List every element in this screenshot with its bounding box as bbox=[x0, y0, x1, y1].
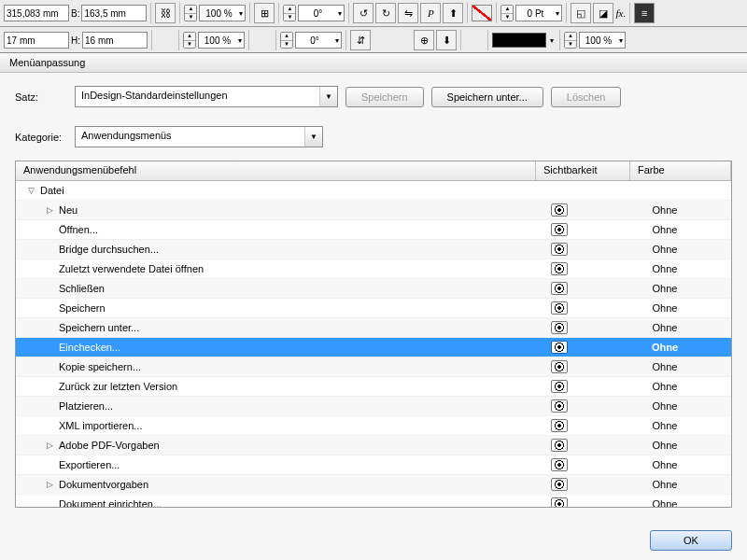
col-color[interactable]: Farbe bbox=[630, 161, 731, 180]
row-label: Zurück zur letzten Version bbox=[59, 381, 177, 392]
opacity-field[interactable]: 100 % bbox=[580, 35, 617, 46]
row-color[interactable]: Ohne bbox=[599, 440, 731, 451]
row-label: Schließen bbox=[59, 283, 105, 294]
row-color[interactable]: Ohne bbox=[599, 459, 731, 470]
visibility-eye-icon[interactable] bbox=[551, 497, 568, 508]
visibility-eye-icon[interactable] bbox=[551, 360, 568, 373]
link-wh-icon[interactable]: ⛓ bbox=[155, 3, 176, 23]
scale-y-field[interactable]: 100 % bbox=[199, 35, 236, 46]
ok-button[interactable]: OK bbox=[650, 530, 732, 551]
rotate-ccw-icon[interactable]: ↺ bbox=[353, 3, 374, 23]
table-row[interactable]: Exportieren...Ohne bbox=[16, 455, 731, 475]
delete-button[interactable]: Löschen bbox=[551, 87, 622, 107]
visibility-eye-icon[interactable] bbox=[551, 439, 568, 452]
stroke-style-field[interactable] bbox=[492, 33, 546, 48]
category-combo[interactable]: Anwendungsmenüs ▼ bbox=[75, 126, 323, 147]
row-color[interactable]: Ohne bbox=[599, 322, 731, 333]
visibility-eye-icon[interactable] bbox=[551, 243, 568, 256]
scale-x-field[interactable]: 100 % bbox=[200, 8, 237, 19]
flip-h-icon[interactable]: ⇋ bbox=[398, 3, 418, 23]
scale-x-stepper[interactable]: ▲▼ bbox=[184, 5, 197, 21]
row-color[interactable]: Ohne bbox=[599, 342, 731, 353]
row-color[interactable]: Ohne bbox=[599, 244, 731, 255]
stroke-none-icon[interactable] bbox=[472, 5, 492, 21]
table-row[interactable]: ▷NeuOhne bbox=[16, 201, 731, 220]
visibility-eye-icon[interactable] bbox=[551, 478, 568, 491]
table-row[interactable]: SchließenOhne bbox=[16, 279, 731, 299]
effects-icon[interactable]: ◱ bbox=[571, 3, 591, 23]
rotate-field[interactable]: 0° bbox=[299, 8, 336, 19]
constrain-icon[interactable]: ⊞ bbox=[254, 3, 275, 23]
row-color[interactable]: Ohne bbox=[599, 400, 731, 412]
align-bottom-icon[interactable]: ⬇ bbox=[436, 30, 457, 50]
y-field[interactable] bbox=[4, 32, 69, 49]
row-label: Exportieren... bbox=[59, 459, 120, 470]
visibility-eye-icon[interactable] bbox=[551, 282, 568, 295]
visibility-eye-icon[interactable] bbox=[551, 380, 568, 393]
flip-v-icon[interactable]: ⇵ bbox=[350, 30, 371, 50]
row-color[interactable]: Ohne bbox=[599, 420, 731, 431]
save-as-button[interactable]: Speichern unter... bbox=[431, 87, 543, 107]
table-row[interactable]: Bridge durchsuchen...Ohne bbox=[16, 240, 731, 259]
row-color[interactable]: Ohne bbox=[599, 224, 731, 235]
table-row[interactable]: SpeichernOhne bbox=[16, 299, 731, 318]
visibility-eye-icon[interactable] bbox=[551, 419, 568, 432]
menu-customization-dialog: Menüanpassung Satz: InDesign-Standardein… bbox=[0, 52, 747, 560]
visibility-eye-icon[interactable] bbox=[551, 321, 568, 334]
row-color[interactable]: Ohne bbox=[599, 479, 731, 490]
save-button[interactable]: Speichern bbox=[345, 87, 424, 107]
visibility-eye-icon[interactable] bbox=[551, 458, 568, 471]
stroke-weight-field[interactable]: 0 Pt bbox=[516, 8, 554, 19]
stroke-weight-stepper[interactable]: ▲▼ bbox=[500, 5, 514, 21]
table-row[interactable]: Zurück zur letzten VersionOhne bbox=[16, 377, 731, 397]
disclosure-icon[interactable]: ▽ bbox=[25, 186, 36, 195]
table-header: Anwendungsmenübefehl Sichtbarkeit Farbe bbox=[16, 161, 731, 181]
rotate-cw-icon[interactable]: ↻ bbox=[375, 3, 396, 23]
panel-menu-icon[interactable]: ≡ bbox=[634, 3, 655, 23]
table-row[interactable]: Dokument einrichten...Ohne bbox=[16, 495, 731, 508]
row-color[interactable]: Ohne bbox=[599, 283, 731, 294]
fx-icon[interactable]: fx. bbox=[615, 7, 626, 19]
shear-stepper[interactable]: ▲▼ bbox=[280, 32, 293, 49]
table-row[interactable]: Speichern unter...Ohne bbox=[16, 318, 731, 338]
visibility-eye-icon[interactable] bbox=[551, 203, 568, 217]
align-center-icon[interactable]: ⊕ bbox=[414, 30, 434, 50]
row-color[interactable]: Ohne bbox=[599, 381, 731, 392]
h-field[interactable] bbox=[82, 32, 148, 49]
visibility-eye-icon[interactable] bbox=[551, 262, 568, 275]
scale-y-stepper[interactable]: ▲▼ bbox=[183, 32, 196, 49]
row-color[interactable]: Ohne bbox=[599, 498, 731, 508]
table-row[interactable]: XML importieren...Ohne bbox=[16, 416, 731, 436]
control-panel-row-2: H: ▲▼ 100 %▾ ▲▼ 0°▾ ⇵ ⊕ ⬇ ▾ ▲▼ 100 %▾ bbox=[0, 27, 747, 54]
x-field[interactable] bbox=[4, 5, 69, 21]
opacity-stepper[interactable]: ▲▼ bbox=[564, 32, 577, 49]
row-color[interactable]: Ohne bbox=[599, 204, 731, 216]
table-row[interactable]: Öffnen...Ohne bbox=[16, 220, 731, 240]
visibility-eye-icon[interactable] bbox=[551, 223, 568, 236]
disclosure-icon[interactable]: ▷ bbox=[44, 205, 55, 215]
col-command[interactable]: Anwendungsmenübefehl bbox=[16, 161, 536, 180]
disclosure-icon[interactable]: ▷ bbox=[44, 480, 55, 489]
visibility-eye-icon[interactable] bbox=[551, 301, 568, 315]
visibility-eye-icon[interactable] bbox=[551, 341, 568, 354]
drop-shadow-icon[interactable]: ◪ bbox=[593, 3, 613, 23]
paragraph-icon[interactable]: P bbox=[420, 3, 441, 23]
shear-field[interactable]: 0° bbox=[296, 35, 333, 46]
disclosure-icon[interactable]: ▷ bbox=[44, 441, 55, 450]
table-row[interactable]: Platzieren...Ohne bbox=[16, 397, 731, 416]
table-row[interactable]: Kopie speichern...Ohne bbox=[16, 357, 731, 377]
set-combo[interactable]: InDesign-Standardeinstellungen ▼ bbox=[75, 86, 338, 107]
table-row[interactable]: ▷DokumentvorgabenOhne bbox=[16, 475, 731, 495]
table-row[interactable]: Zuletzt verwendete Datei öffnenOhne bbox=[16, 259, 731, 279]
rotate-stepper[interactable]: ▲▼ bbox=[283, 5, 296, 21]
row-color[interactable]: Ohne bbox=[599, 302, 731, 314]
align-top-icon[interactable]: ⬆ bbox=[443, 3, 463, 23]
row-color[interactable]: Ohne bbox=[599, 361, 731, 372]
col-visibility[interactable]: Sichtbarkeit bbox=[536, 161, 630, 180]
table-row[interactable]: Einchecken...Ohne bbox=[16, 338, 731, 357]
row-color[interactable]: Ohne bbox=[599, 263, 731, 274]
visibility-eye-icon[interactable] bbox=[551, 399, 568, 413]
table-row[interactable]: ▷Adobe PDF-VorgabenOhne bbox=[16, 436, 731, 455]
w-field[interactable] bbox=[81, 5, 147, 21]
table-row[interactable]: ▽Datei bbox=[16, 181, 731, 201]
